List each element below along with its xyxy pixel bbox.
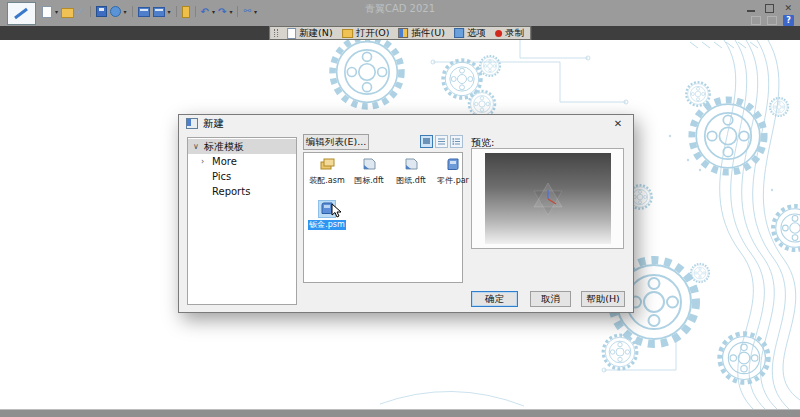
redo-icon[interactable]: ↷ xyxy=(218,7,226,17)
tree-item-label: More xyxy=(212,154,237,169)
window-cascade-icon[interactable] xyxy=(138,7,150,17)
assembly-file-icon xyxy=(319,157,335,173)
options-button[interactable]: 选项 xyxy=(454,27,486,40)
properties-icon[interactable] xyxy=(182,6,190,18)
part-file-icon xyxy=(445,157,461,173)
redo-dropdown-icon[interactable]: ▾ xyxy=(229,9,232,15)
toolbar-grip[interactable] xyxy=(274,29,278,37)
open-button[interactable]: 打开(O) xyxy=(342,27,390,40)
cancel-button[interactable]: 取消 xyxy=(530,291,571,307)
file-name: 装配.asm xyxy=(308,176,345,186)
details-view-button[interactable] xyxy=(450,135,463,148)
large-icons-view-button[interactable] xyxy=(420,135,433,148)
tree-item-pics[interactable]: Pics xyxy=(188,169,296,184)
dialog-titlebar[interactable]: 新建 xyxy=(179,115,633,132)
quick-access-toolbar: ▾ ✓ ▾ ▾ ↶ ▾ ↷ ▾ ⚯ ▾ xyxy=(42,4,257,19)
tree-item-standard-templates[interactable]: ∨ 标准模板 xyxy=(188,139,296,154)
open-folder-icon[interactable] xyxy=(61,8,74,18)
file-name: 国标.dft xyxy=(353,176,384,186)
file-item-draft-gb[interactable]: 国标.dft xyxy=(348,157,390,186)
plugin-button[interactable]: 插件(U) xyxy=(399,27,445,40)
save-all-icon[interactable] xyxy=(110,6,121,17)
plugin-icon xyxy=(399,28,409,38)
template-tree: ∨ 标准模板 › More Pics Reports xyxy=(187,137,297,305)
divider xyxy=(195,6,196,17)
status-bar xyxy=(0,409,800,417)
divider xyxy=(90,6,91,17)
tree-item-label: 标准模板 xyxy=(204,139,244,154)
window-controls: ✕ xyxy=(747,4,792,13)
preview-image xyxy=(485,153,611,244)
app-window: ▾ ✓ ▾ ▾ ↶ ▾ ↷ ▾ ⚯ ▾ 青翼CAD 2021 ✕ xyxy=(0,0,800,417)
window-title: 青翼CAD 2021 xyxy=(250,2,550,16)
close-button[interactable]: ✕ xyxy=(784,4,792,13)
large-icons-icon xyxy=(422,137,431,146)
window-dropdown-icon[interactable]: ▾ xyxy=(168,9,171,15)
list-view-icon xyxy=(437,137,446,146)
plugin-button-label: 插件(U) xyxy=(412,27,445,40)
chevron-down-icon[interactable]: ∨ xyxy=(193,139,200,154)
open-button-label: 打开(O) xyxy=(356,27,390,40)
tree-item-label: Pics xyxy=(212,169,231,184)
draft-file-icon xyxy=(361,157,377,173)
template-file-list: 装配.asm 国标.dft 图纸.dft xyxy=(303,152,463,283)
divider xyxy=(237,6,238,17)
new-button-label: 新建(N) xyxy=(299,27,333,40)
chevron-right-icon[interactable]: › xyxy=(201,154,208,169)
divider xyxy=(176,6,177,17)
save-dropdown-icon[interactable]: ▾ xyxy=(124,9,127,15)
divider xyxy=(132,6,133,17)
edit-list-button[interactable]: 编辑列表(E)... xyxy=(303,134,369,150)
preview-triad-icon xyxy=(485,153,611,244)
help-button[interactable]: 帮助(H) xyxy=(581,291,625,307)
ribbon-bar: 新建(N) 打开(O) 插件(U) 选项 录制 xyxy=(0,26,800,40)
options-icon xyxy=(454,28,464,38)
app-logo[interactable] xyxy=(7,2,36,25)
draft-file-icon xyxy=(403,157,419,173)
tree-item-reports[interactable]: Reports xyxy=(188,184,296,199)
ok-button[interactable]: 确定 xyxy=(471,291,518,307)
new-document-icon[interactable] xyxy=(42,6,52,18)
record-dot-icon xyxy=(495,30,502,37)
options-button-label: 选项 xyxy=(467,27,486,40)
file-name: 钣金.psm xyxy=(308,220,346,230)
open-folder-icon xyxy=(342,29,353,38)
main-toolbar: 新建(N) 打开(O) 插件(U) 选项 录制 xyxy=(269,26,531,40)
save-icon[interactable] xyxy=(96,6,107,17)
dialog-close-button[interactable]: ✕ xyxy=(604,116,632,132)
list-view-button[interactable] xyxy=(435,135,448,148)
dialog-icon xyxy=(186,118,198,129)
new-button[interactable]: 新建(N) xyxy=(287,27,333,40)
file-item-draft-sheet[interactable]: 图纸.dft xyxy=(390,157,432,186)
ribbon-minimize-icon[interactable] xyxy=(751,16,761,25)
window-tile-icon[interactable] xyxy=(153,7,165,17)
record-button-label: 录制 xyxy=(505,27,524,40)
file-item-part[interactable]: 零件.par xyxy=(432,157,474,186)
help-button[interactable]: ? xyxy=(783,15,794,26)
check-icon[interactable]: ✓ xyxy=(77,7,85,16)
pen-icon xyxy=(13,7,30,20)
restore-button[interactable] xyxy=(765,4,774,13)
tree-item-label: Reports xyxy=(212,184,250,199)
file-name: 图纸.dft xyxy=(395,176,426,186)
dialog-title: 新建 xyxy=(203,117,224,131)
file-name: 零件.par xyxy=(436,176,470,186)
new-dialog: 新建 ✕ ∨ 标准模板 › More Pics Reports 编辑列表(E).… xyxy=(178,114,634,313)
details-view-icon xyxy=(452,137,461,146)
record-button[interactable]: 录制 xyxy=(495,27,524,40)
new-doc-icon xyxy=(287,28,296,39)
mouse-cursor xyxy=(331,203,343,219)
ribbon-style-icon[interactable] xyxy=(767,16,777,25)
help-row: ? xyxy=(751,15,794,26)
titlebar: ▾ ✓ ▾ ▾ ↶ ▾ ↷ ▾ ⚯ ▾ 青翼CAD 2021 ✕ xyxy=(0,0,800,26)
undo-icon[interactable]: ↶ xyxy=(201,7,209,17)
preview-box xyxy=(471,148,624,249)
file-item-assembly[interactable]: 装配.asm xyxy=(306,157,348,186)
undo-dropdown-icon[interactable]: ▾ xyxy=(212,9,215,15)
minimize-button[interactable] xyxy=(747,10,755,12)
view-mode-buttons xyxy=(420,135,463,148)
tree-item-more[interactable]: › More xyxy=(188,154,296,169)
new-dropdown-icon[interactable]: ▾ xyxy=(55,9,58,15)
